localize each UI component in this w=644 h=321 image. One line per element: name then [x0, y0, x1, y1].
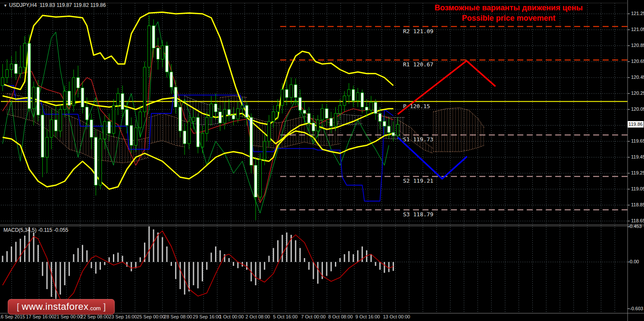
- candle-body: [237, 109, 239, 119]
- date-axis-label: 28 Sep 08:00: [164, 314, 192, 319]
- candle-body: [365, 107, 368, 110]
- candle-body: [397, 125, 399, 136]
- candle-body: [161, 46, 164, 59]
- candle-body: [206, 118, 208, 134]
- candle-body: [308, 113, 310, 123]
- candle-body: [134, 128, 137, 146]
- candle-body: [121, 93, 124, 109]
- candle-body: [94, 137, 97, 185]
- candle-body: [378, 113, 381, 122]
- candle-body: [339, 106, 341, 114]
- candle-body: [46, 137, 48, 157]
- symbol-period-label: USDJPY,H4: [9, 2, 37, 8]
- candle-body: [254, 165, 257, 197]
- candle-body: [210, 104, 213, 117]
- macd-name: MACD(5,34,5): [3, 227, 37, 233]
- candle-body: [241, 106, 244, 109]
- macd-value-signal: -0.055: [54, 227, 69, 233]
- watermark-bracket-right: ]: [103, 302, 106, 312]
- candle-body: [356, 93, 359, 101]
- chart-canvas[interactable]: [0, 0, 644, 321]
- date-axis-label: 25 Sep 00:00: [137, 314, 165, 319]
- watermark-url: www.instaforex: [22, 301, 89, 312]
- macd-indicator-label: MACD(5,34,5) -0.115 -0.055: [3, 227, 69, 233]
- macd-axis-label: -0.603: [630, 306, 643, 311]
- candle-body: [86, 107, 88, 120]
- candle-body: [23, 43, 26, 67]
- date-axis-label: 2 Oct 08:00: [246, 314, 270, 319]
- candle-body: [6, 70, 8, 78]
- cloud-top-edge: [433, 108, 484, 128]
- annotation-en: Possible price movement: [405, 14, 612, 23]
- date-axis-label: 17 Sep 16:00: [26, 314, 54, 319]
- candle-body: [374, 102, 377, 113]
- candle-body: [108, 122, 110, 134]
- price-axis-label: 120.65: [631, 59, 644, 64]
- date-axis-label: 23 Sep 16:00: [109, 314, 137, 319]
- candle-body: [188, 122, 190, 144]
- macd-axis-label: 0.453: [630, 224, 642, 229]
- bollinger-upper-band: [3, 12, 393, 125]
- date-axis-label: 22 Sep 08:00: [81, 314, 109, 319]
- candle-body: [228, 109, 230, 115]
- candle-body: [99, 139, 101, 185]
- candle-body: [250, 118, 253, 165]
- candle-body: [72, 78, 75, 106]
- candle-body: [170, 72, 172, 87]
- candle-body: [268, 122, 270, 141]
- candle-body: [166, 46, 168, 72]
- candle-body: [179, 107, 181, 131]
- ohlc-low: 119.82: [73, 2, 89, 8]
- price-axis-label: 118.65: [631, 218, 644, 223]
- watermark-url-suffix: .com: [89, 305, 101, 312]
- candle-body: [77, 78, 79, 88]
- candle-body: [276, 106, 279, 112]
- pivot-label-s2: S2 119.21: [403, 178, 433, 184]
- pivot-label-s3: S3 118.79: [403, 211, 433, 218]
- candle-body: [63, 91, 66, 109]
- watermark-bracket-left: [: [17, 302, 19, 312]
- candle-body: [59, 109, 62, 131]
- annotation-ru: Возможные варианты движения цены: [405, 3, 612, 12]
- price-axis-label: 119.45: [631, 154, 644, 159]
- candle-body: [32, 87, 35, 109]
- ohlc-high: 119.87: [56, 2, 72, 8]
- candle-body: [219, 112, 222, 123]
- candle-body: [117, 93, 119, 106]
- candle-body: [334, 113, 337, 126]
- axis-panel: [628, 0, 644, 321]
- date-axis-label: 29 Sep 16:00: [193, 314, 221, 319]
- candle-body: [175, 87, 177, 107]
- symbol-dropdown-icon[interactable]: ▼: [3, 3, 7, 8]
- candle-body: [41, 115, 44, 157]
- candle-body: [152, 26, 155, 48]
- date-axis-label: 21 Sep 00:00: [54, 314, 82, 319]
- mt4-chart-window: ▼USDJPY,H4 119.83 119.87 119.82 119.86 В…: [0, 0, 644, 321]
- pivot-label-r2: R2 121.09: [403, 28, 433, 34]
- date-axis-label: 16 Sep 2015: [0, 314, 25, 319]
- candle-body: [285, 90, 288, 98]
- candle-body: [352, 90, 355, 101]
- candle-body: [303, 110, 306, 113]
- candle-body: [201, 134, 203, 147]
- candle-body: [281, 90, 284, 106]
- candle-body: [139, 112, 141, 128]
- candle-body: [347, 90, 350, 96]
- candle-body: [330, 118, 332, 126]
- candle-body: [294, 85, 297, 98]
- candle-body: [37, 87, 39, 115]
- candle-body: [192, 118, 195, 122]
- price-axis-label: 118.85: [631, 202, 644, 207]
- price-axis-label: 121.25: [631, 11, 644, 16]
- candle-body: [1, 78, 4, 86]
- candle-body: [103, 122, 106, 139]
- candle-body: [112, 106, 115, 134]
- date-axis-label: 7 Oct 00:00: [301, 314, 326, 319]
- current-price-marker: 119.86: [628, 121, 644, 128]
- candle-body: [232, 115, 234, 119]
- candle-body: [383, 122, 386, 126]
- date-axis-label: 1 Oct 00:00: [219, 314, 244, 319]
- date-axis-label: 13 Oct 00:00: [383, 314, 410, 319]
- date-axis-label: 8 Oct 08:00: [328, 314, 353, 319]
- candle-body: [148, 26, 150, 67]
